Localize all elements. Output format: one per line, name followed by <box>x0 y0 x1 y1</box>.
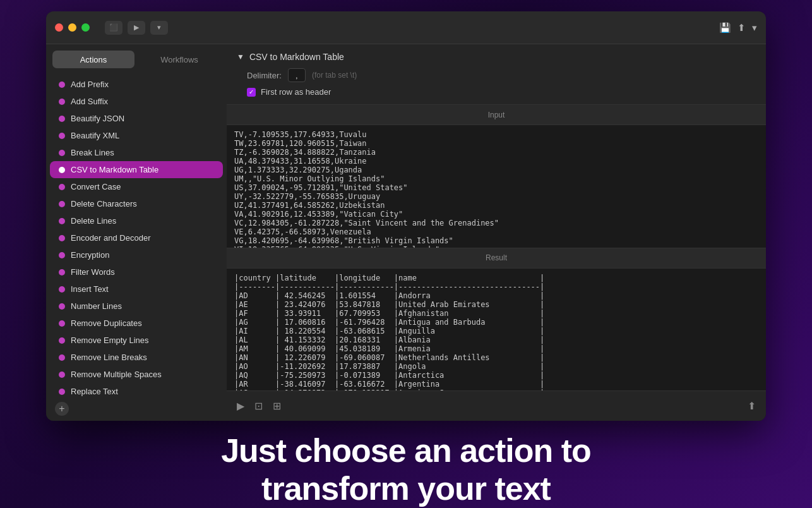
sidebar-item-encoder-decoder[interactable]: Encoder and Decoder <box>50 229 223 246</box>
paste-icon[interactable]: ⊞ <box>273 400 281 412</box>
sidebar-item-insert-text[interactable]: Insert Text <box>50 281 223 298</box>
tagline: Just choose an action to transform your … <box>221 432 591 508</box>
title-bar: ⬛ ▶ ▾ 💾 ⬆ ▾ <box>46 11 766 44</box>
sidebar-item-label-number-lines: Number Lines <box>71 301 122 311</box>
sidebar-item-label-break-lines: Break Lines <box>71 148 114 157</box>
sidebar-item-break-lines[interactable]: Break Lines <box>50 144 223 161</box>
sidebar-item-encryption[interactable]: Encryption <box>50 246 223 263</box>
delimiter-input[interactable] <box>288 68 306 82</box>
sidebar-item-remove-line-breaks[interactable]: Remove Line Breaks <box>50 349 223 366</box>
tab-actions[interactable]: Actions <box>52 51 134 68</box>
chevron-down-icon: ▾ <box>157 23 161 32</box>
sidebar-item-label-remove-duplicates: Remove Duplicates <box>71 318 142 328</box>
sidebar-dot-convert-case <box>59 184 65 190</box>
close-button[interactable] <box>55 23 63 32</box>
sidebar-dot-filter-words <box>59 269 65 275</box>
chevron-down-button[interactable]: ▾ <box>150 21 168 35</box>
traffic-lights <box>55 23 90 32</box>
toolbar-left: ▶ ⊡ ⊞ <box>237 400 281 412</box>
input-panel-content[interactable]: TV,-7.109535,177.64933,Tuvalu TW,23.6978… <box>227 125 766 248</box>
export-icon[interactable]: ⬆ <box>748 400 756 412</box>
sidebar-item-label-encryption: Encryption <box>71 250 109 260</box>
sidebar-item-label-csv-to-markdown: CSV to Markdown Table <box>71 165 158 174</box>
sidebar-item-add-suffix[interactable]: Add Suffix <box>50 93 223 110</box>
sidebar-item-label-remove-line-breaks: Remove Line Breaks <box>71 353 147 362</box>
sidebar-tabs: Actions Workflows <box>46 44 227 73</box>
sidebar-dot-add-suffix <box>59 99 65 105</box>
sidebar-item-delete-lines[interactable]: Delete Lines <box>50 212 223 229</box>
play-button[interactable]: ▶ <box>128 21 145 35</box>
sidebar-item-label-filter-words: Filter Words <box>71 267 115 277</box>
sidebar-item-label-beautify-xml: Beautify XML <box>71 131 119 140</box>
sidebar-dot-remove-multiple-spaces <box>59 372 65 378</box>
sidebar-item-beautify-json[interactable]: Beautify JSON <box>50 110 223 127</box>
sidebar-item-label-encoder-decoder: Encoder and Decoder <box>71 233 150 243</box>
title-bar-right: 💾 ⬆ ▾ <box>719 22 757 33</box>
sidebar-item-label-convert-case: Convert Case <box>71 182 121 191</box>
sidebar-item-remove-duplicates[interactable]: Remove Duplicates <box>50 315 223 332</box>
sidebar-item-label-delete-lines: Delete Lines <box>71 216 116 226</box>
sidebar-dot-remove-duplicates <box>59 320 65 327</box>
save-icon[interactable]: 💾 <box>719 22 731 33</box>
action-collapse-icon[interactable]: ▼ <box>237 52 244 61</box>
run-icon[interactable]: ▶ <box>237 400 244 412</box>
title-bar-controls: ⬛ ▶ ▾ <box>105 21 168 35</box>
sidebar-item-convert-case[interactable]: Convert Case <box>50 178 223 195</box>
add-action-button[interactable]: + <box>55 402 69 416</box>
first-row-header-checkbox[interactable]: ✓ <box>247 88 256 97</box>
play-icon: ▶ <box>134 23 139 32</box>
sidebar-item-label-replace-text: Replace Text <box>71 387 118 396</box>
sidebar-dot-remove-line-breaks <box>59 354 65 361</box>
main-content: Actions Workflows Add PrefixAdd SuffixBe… <box>46 44 766 421</box>
sidebar-item-delete-characters[interactable]: Delete Characters <box>50 195 223 212</box>
text-panels: Input TV,-7.109535,177.64933,Tuvalu TW,2… <box>227 105 766 390</box>
sidebar-dot-remove-empty-lines <box>59 337 65 344</box>
sidebar-dot-delete-lines <box>59 218 65 224</box>
sidebar-dot-replace-text <box>59 389 65 395</box>
result-panel-label: Result <box>486 253 507 262</box>
sidebar-add: + <box>46 397 227 421</box>
sidebar-dot-beautify-json <box>59 116 65 122</box>
input-section: Input TV,-7.109535,177.64933,Tuvalu TW,2… <box>227 105 766 248</box>
sidebar-toggle-button[interactable]: ⬛ <box>105 21 122 35</box>
share-chevron-icon[interactable]: ▾ <box>752 22 757 33</box>
share-icon[interactable]: ⬆ <box>737 22 746 33</box>
sidebar-item-label-insert-text: Insert Text <box>71 284 109 294</box>
delimiter-row: Delimiter: (for tab set \t) <box>237 68 756 82</box>
maximize-button[interactable] <box>81 23 90 32</box>
minimize-button[interactable] <box>68 23 76 32</box>
right-panel: ▼ CSV to Markdown Table Delimiter: (for … <box>227 44 766 421</box>
sidebar-toggle-icon: ⬛ <box>109 23 118 32</box>
input-panel-header: Input <box>227 105 766 125</box>
sidebar-item-add-prefix[interactable]: Add Prefix <box>50 76 223 93</box>
result-panel-content[interactable]: |country |latitude |longitude |name | |-… <box>227 269 766 391</box>
sidebar-item-label-remove-empty-lines: Remove Empty Lines <box>71 336 149 345</box>
sidebar-dot-encoder-decoder <box>59 235 65 241</box>
tab-workflows[interactable]: Workflows <box>138 51 220 68</box>
action-config-header: ▼ CSV to Markdown Table <box>237 52 756 62</box>
first-row-header-row: ✓ First row as header <box>237 87 756 97</box>
sidebar-item-label-add-prefix: Add Prefix <box>71 80 109 89</box>
first-row-header-label: First row as header <box>261 87 331 97</box>
sidebar-dot-add-prefix <box>59 82 65 88</box>
result-panel-header: Result <box>227 248 766 269</box>
sidebar-dot-delete-characters <box>59 201 65 207</box>
toolbar-right: ⬆ <box>748 400 756 412</box>
sidebar: Actions Workflows Add PrefixAdd SuffixBe… <box>46 44 227 421</box>
sidebar-dot-csv-to-markdown <box>59 167 65 173</box>
copy-icon[interactable]: ⊡ <box>254 400 263 412</box>
sidebar-dot-number-lines <box>59 303 65 310</box>
sidebar-item-label-delete-characters: Delete Characters <box>71 199 137 209</box>
sidebar-item-remove-multiple-spaces[interactable]: Remove Multiple Spaces <box>50 366 223 383</box>
app-window: ⬛ ▶ ▾ 💾 ⬆ ▾ Actions Workflows Add Prefix… <box>46 11 766 421</box>
tagline-line1: Just choose an action to <box>221 432 591 470</box>
sidebar-item-csv-to-markdown[interactable]: CSV to Markdown Table <box>50 161 223 178</box>
sidebar-item-remove-empty-lines[interactable]: Remove Empty Lines <box>50 332 223 349</box>
action-config: ▼ CSV to Markdown Table Delimiter: (for … <box>227 44 766 105</box>
sidebar-item-filter-words[interactable]: Filter Words <box>50 263 223 281</box>
sidebar-item-replace-text[interactable]: Replace Text <box>50 383 223 397</box>
sidebar-list: Add PrefixAdd SuffixBeautify JSONBeautif… <box>46 73 227 397</box>
input-panel-label: Input <box>488 111 505 119</box>
sidebar-item-beautify-xml[interactable]: Beautify XML <box>50 127 223 144</box>
sidebar-item-number-lines[interactable]: Number Lines <box>50 298 223 315</box>
